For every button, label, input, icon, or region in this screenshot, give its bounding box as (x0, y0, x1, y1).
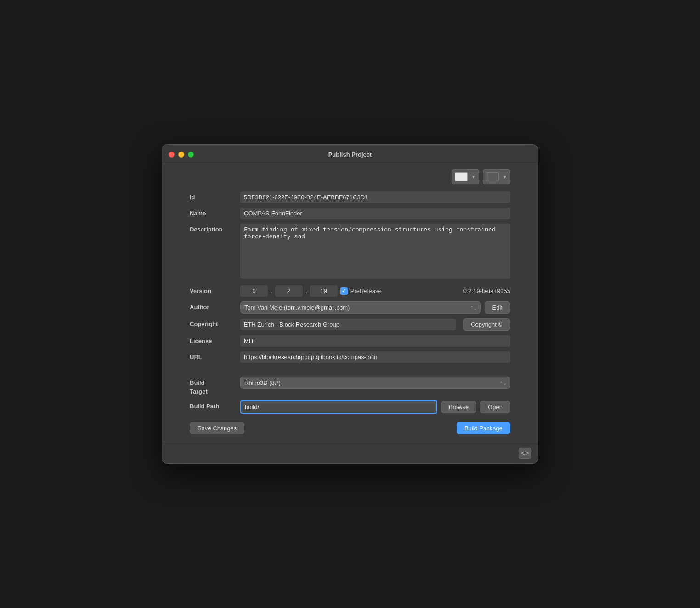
prerelease-group: PreRelease (340, 287, 382, 295)
name-input[interactable] (240, 208, 510, 219)
license-label: License (190, 335, 240, 344)
author-field-area: Tom Van Mele (tom.v.mele@gmail.com) Edit (240, 301, 510, 314)
author-select[interactable]: Tom Van Mele (tom.v.mele@gmail.com) (240, 301, 481, 314)
traffic-lights (169, 152, 194, 158)
version-patch-input[interactable] (310, 285, 338, 297)
build-path-label: Build Path (190, 400, 240, 410)
copyright-label: Copyright (190, 318, 240, 327)
author-select-wrapper: Tom Van Mele (tom.v.mele@gmail.com) (240, 301, 481, 314)
version-dot-2: . (305, 287, 307, 295)
prerelease-checkbox[interactable] (340, 287, 348, 295)
name-label: Name (190, 208, 240, 217)
build-path-input[interactable] (240, 400, 437, 414)
build-package-button[interactable]: Build Package (457, 422, 510, 434)
open-button[interactable]: Open (480, 401, 510, 413)
license-input[interactable] (240, 335, 510, 347)
copyright-input[interactable] (240, 319, 456, 330)
description-label: Description (190, 224, 240, 233)
build-target-select[interactable]: Rhino3D (8.*) (240, 377, 510, 389)
license-field-wrapper (240, 335, 510, 347)
top-controls: ▼ ▼ (190, 169, 510, 184)
prerelease-label: PreRelease (350, 287, 382, 294)
main-content: ▼ ▼ Id Name Description (162, 163, 538, 443)
maximize-button[interactable] (188, 152, 194, 158)
color-swatch-1 (455, 172, 468, 181)
version-minor-input[interactable] (275, 285, 303, 297)
build-target-label: BuildTarget (190, 377, 240, 395)
id-input[interactable] (240, 191, 510, 203)
minimize-button[interactable] (178, 152, 184, 158)
window-title: Publish Project (328, 151, 372, 158)
description-textarea[interactable] (240, 224, 510, 279)
footer-row: Save Changes Build Package (190, 422, 510, 434)
version-label: Version (190, 285, 240, 294)
author-label: Author (190, 301, 240, 310)
author-row: Author Tom Van Mele (tom.v.mele@gmail.co… (190, 301, 510, 314)
build-path-row: Build Path Browse Open (190, 400, 510, 414)
version-major-input[interactable] (240, 285, 268, 297)
id-row: Id (190, 191, 510, 203)
edit-button[interactable]: Edit (485, 301, 510, 314)
id-label: Id (190, 191, 240, 201)
name-row: Name (190, 208, 510, 219)
description-field-wrapper (240, 224, 510, 281)
code-icon-bar: </> (162, 444, 538, 463)
url-input[interactable] (240, 351, 510, 363)
url-label: URL (190, 351, 240, 360)
copyright-button[interactable]: Copyright © (463, 318, 510, 331)
url-field-wrapper (240, 351, 510, 363)
name-field-wrapper (240, 208, 510, 219)
build-target-select-wrapper: Rhino3D (8.*) (240, 377, 510, 389)
copyright-row: Copyright Copyright © (190, 318, 510, 331)
titlebar: Publish Project (162, 145, 538, 163)
separator-1 (190, 367, 510, 377)
build-target-field-area: Rhino3D (8.*) (240, 377, 510, 389)
url-row: URL (190, 351, 510, 363)
color-picker-1-arrow: ▼ (471, 175, 476, 180)
code-icon-button[interactable]: </> (519, 448, 531, 459)
build-target-row: BuildTarget Rhino3D (8.*) (190, 377, 510, 395)
version-row: Version . . PreRelease 0.2.19-beta+9055 (190, 285, 510, 297)
copyright-field-area: Copyright © (240, 318, 510, 331)
color-picker-2-arrow: ▼ (502, 175, 507, 180)
color-picker-2[interactable]: ▼ (483, 169, 510, 184)
version-dot-1: . (271, 287, 272, 295)
build-path-field-area: Browse Open (240, 400, 510, 414)
id-field-wrapper (240, 191, 510, 203)
version-display: 0.2.19-beta+9055 (463, 287, 510, 294)
close-button[interactable] (169, 152, 175, 158)
publish-project-window: Publish Project ▼ ▼ Id Name (162, 144, 538, 463)
code-icon-symbol: </> (521, 450, 529, 456)
browse-button[interactable]: Browse (441, 401, 476, 413)
color-swatch-2 (486, 172, 499, 181)
description-row: Description (190, 224, 510, 281)
color-picker-1[interactable]: ▼ (452, 169, 479, 184)
license-row: License (190, 335, 510, 347)
version-fields: . . PreRelease 0.2.19-beta+9055 (240, 285, 510, 297)
save-changes-button[interactable]: Save Changes (190, 422, 244, 434)
